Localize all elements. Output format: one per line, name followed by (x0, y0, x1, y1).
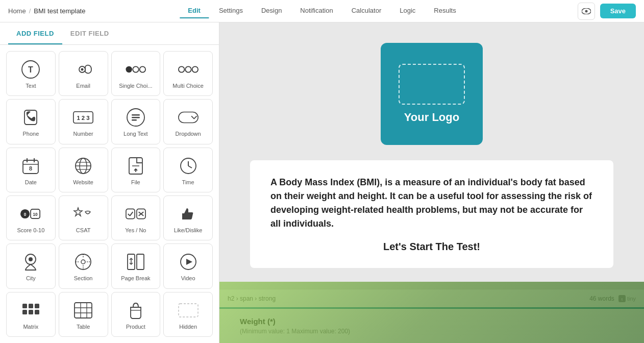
sidebar-tab-edit[interactable]: EDIT FIELD (62, 22, 117, 44)
field-email[interactable]: Email (59, 51, 108, 96)
svg-point-7 (126, 66, 132, 72)
field-product-label: Product (126, 324, 145, 330)
field-phone[interactable]: Phone (6, 99, 56, 144)
nav-actions: Save (578, 3, 636, 20)
bmi-cta: Let's Start The Test! (270, 241, 593, 253)
field-page-break[interactable]: Page Break (111, 243, 161, 288)
tab-settings[interactable]: Settings (211, 4, 251, 18)
field-file-label: File (131, 179, 140, 185)
tab-calculator[interactable]: Calculator (343, 4, 390, 18)
field-like-dislike[interactable]: Like/Dislike (163, 195, 213, 240)
field-csat-label: CSAT (76, 227, 91, 233)
field-text-icon: T (20, 59, 41, 80)
field-multi-choice-icon (178, 59, 199, 80)
svg-text:8: 8 (29, 165, 32, 172)
field-matrix-label: Matrix (23, 324, 38, 330)
field-section[interactable]: Section (59, 243, 108, 288)
field-matrix-icon (20, 300, 41, 321)
field-hidden-icon (178, 300, 199, 321)
form-background (219, 282, 644, 343)
eye-icon (582, 8, 591, 14)
field-multi-choice-label: Multi Choice (172, 83, 204, 89)
svg-rect-16 (132, 114, 140, 116)
field-text[interactable]: T Text (6, 51, 56, 96)
field-product-icon (126, 300, 146, 321)
bmi-description-text: A Body Mass Index (BMI), is a measure of… (270, 176, 593, 231)
svg-rect-18 (132, 119, 137, 121)
field-date[interactable]: 8 Date (6, 148, 56, 192)
svg-point-12 (192, 66, 197, 72)
field-long-text-icon (126, 107, 146, 128)
logo-box: Your Logo (381, 43, 483, 145)
field-website-label: Website (73, 179, 93, 185)
tab-logic[interactable]: Logic (391, 4, 424, 18)
field-yes-no-label: Yes / No (125, 227, 146, 233)
svg-point-10 (179, 66, 184, 72)
svg-line-42 (130, 212, 133, 216)
field-section-icon (73, 252, 93, 272)
svg-rect-60 (29, 304, 33, 308)
tab-design[interactable]: Design (253, 4, 290, 18)
field-like-dislike-label: Like/Dislike (174, 227, 203, 233)
svg-point-8 (133, 66, 138, 72)
preview-button[interactable] (578, 3, 595, 20)
field-yes-no-icon (126, 204, 146, 224)
field-city[interactable]: City (6, 243, 56, 288)
field-number-icon: 1 2 3 (73, 107, 93, 128)
nav-tabs: Edit Settings Design Notification Calcul… (180, 4, 464, 18)
tab-results[interactable]: Results (426, 4, 464, 18)
field-city-label: City (26, 275, 36, 281)
breadcrumb: Home / BMI test template (8, 7, 85, 15)
field-table-icon (73, 300, 93, 321)
bmi-description-block: A Body Mass Index (BMI), is a measure of… (250, 160, 613, 268)
field-website-icon (73, 156, 93, 176)
field-city-icon (20, 252, 41, 272)
field-yes-no[interactable]: Yes / No (111, 195, 161, 240)
svg-point-47 (29, 257, 33, 261)
field-file-icon (126, 156, 146, 176)
field-time[interactable]: Time (163, 148, 213, 192)
field-number[interactable]: 1 2 3 Number (59, 99, 108, 144)
svg-rect-65 (75, 303, 92, 318)
content-area: Your Logo A Body Mass Index (BMI), is a … (219, 22, 644, 343)
sidebar-tabs: ADD FIELD EDIT FIELD (0, 22, 219, 45)
field-video[interactable]: Video (163, 243, 213, 288)
field-like-dislike-icon (178, 204, 199, 224)
field-file[interactable]: File (111, 148, 161, 192)
svg-rect-40 (126, 209, 135, 219)
tab-edit[interactable]: Edit (180, 4, 209, 18)
home-link[interactable]: Home (8, 7, 26, 15)
tab-notification[interactable]: Notification (292, 4, 341, 18)
svg-text:1 2 3: 1 2 3 (77, 115, 90, 121)
field-table-label: Table (77, 324, 90, 330)
svg-point-11 (185, 66, 191, 72)
field-date-label: Date (25, 179, 37, 185)
field-table[interactable]: Table (59, 292, 108, 337)
field-video-icon (178, 252, 199, 272)
field-single-choice-label: Single Choi... (119, 83, 152, 89)
field-single-choice[interactable]: Single Choi... (111, 51, 161, 96)
field-date-icon: 8 (20, 156, 41, 176)
field-matrix[interactable]: Matrix (6, 292, 56, 337)
field-csat[interactable]: CSAT (59, 195, 108, 240)
field-hidden-label: Hidden (179, 324, 197, 330)
field-score[interactable]: 0 10 Score 0-10 (6, 195, 56, 240)
field-product[interactable]: Product (111, 292, 161, 337)
field-dropdown-icon (178, 107, 199, 128)
field-hidden[interactable]: Hidden (163, 292, 213, 337)
svg-point-1 (585, 10, 587, 12)
field-time-icon (178, 156, 199, 176)
field-page-break-label: Page Break (121, 275, 150, 281)
field-website[interactable]: Website (59, 148, 108, 192)
svg-text:0: 0 (24, 212, 27, 217)
field-page-break-icon (126, 252, 146, 272)
breadcrumb-separator: / (29, 7, 31, 15)
field-dropdown[interactable]: Dropdown (163, 99, 213, 144)
field-long-text[interactable]: Long Text (111, 99, 161, 144)
field-multi-choice[interactable]: Multi Choice (163, 51, 213, 96)
sidebar-tab-add[interactable]: ADD FIELD (8, 22, 62, 44)
save-button[interactable]: Save (600, 4, 636, 18)
svg-marker-58 (186, 259, 192, 265)
field-phone-label: Phone (22, 131, 39, 137)
svg-rect-17 (132, 117, 140, 118)
